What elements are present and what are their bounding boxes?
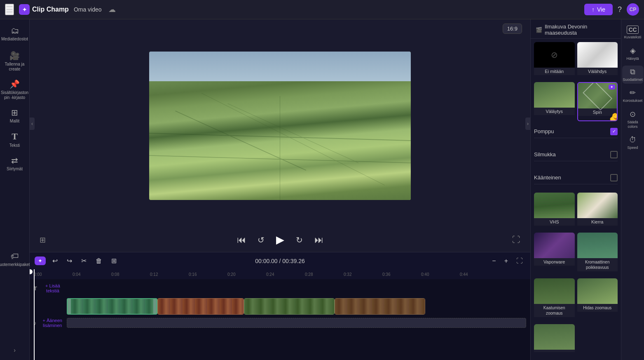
filter-vhs[interactable]: VHS xyxy=(534,193,575,230)
sidebar-item-brand[interactable]: 🏷 Tuotemerkkipaketti xyxy=(2,249,28,270)
right-panel-header: 🎬 Ilmakuva Devonin maaseudusta xyxy=(531,19,621,39)
filter-kierra[interactable]: Kierra xyxy=(577,193,618,230)
filter-kaatuminen[interactable]: Kaatumisen zoomaus xyxy=(534,278,575,322)
sidebar-item-library[interactable]: 📌 Sisältökirjaston pin -kirjasto xyxy=(2,77,28,103)
filter-spin[interactable]: ✦ Spin 🫵 xyxy=(577,82,618,121)
delete-button[interactable]: 🗑 xyxy=(93,256,105,266)
filter-kromaatt[interactable]: Kromaattinen poikkeavuus xyxy=(577,233,618,276)
panel-collapse[interactable]: ‹ xyxy=(30,118,35,130)
svg-line-1 xyxy=(176,111,307,170)
left-sidebar: 🗂 Mediatiedostot 🎥 Tallenna jacreate 📌 S… xyxy=(0,19,30,360)
pomppu-check: ✓ xyxy=(612,129,616,134)
filter-thumb-bottom xyxy=(534,324,575,350)
sidebar-item-label: Tallenna jacreate xyxy=(5,62,25,72)
timeline-header: ✦ ↩ ↪ ✂ 🗑 ⊞ 00:00.00 / 00:39.26 − + ⛶ xyxy=(30,252,530,269)
fade-button[interactable]: ◈ Häivytä xyxy=(622,44,644,63)
sidebar-expand-icon[interactable]: › xyxy=(11,344,18,356)
export-button[interactable]: ↑ Vie xyxy=(584,4,613,15)
adjust-button[interactable]: ⊙ Säädäcolors xyxy=(622,108,644,131)
add-media-button[interactable]: ⊞ xyxy=(109,256,119,266)
sidebar-item-transitions[interactable]: ⇄ Siirtymät xyxy=(2,153,28,174)
add-audio-button[interactable]: + Ääneen lisäminen xyxy=(38,318,67,328)
add-text-button[interactable]: + Lisää tekstiä xyxy=(39,283,67,293)
redo-button[interactable]: ↪ xyxy=(64,256,75,266)
filter-thumb-vhs xyxy=(534,193,575,218)
video-clip-4[interactable] xyxy=(335,298,425,315)
zoom-in-button[interactable]: + xyxy=(502,256,511,266)
color-icon: ✏ xyxy=(630,88,636,97)
transitions-icon: ⇄ xyxy=(11,155,18,165)
adjust-icon: ⊙ xyxy=(630,110,636,119)
sidebar-item-label: Tuotemerkkipaketti xyxy=(0,262,32,267)
captions-button[interactable]: CC Kuvateksti xyxy=(622,24,644,42)
expand-timeline-button[interactable]: ⛶ xyxy=(514,256,525,266)
filter-flash[interactable]: Välähdys xyxy=(577,42,618,80)
video-track-content[interactable] xyxy=(67,298,526,315)
zoom-out-button[interactable]: − xyxy=(489,256,498,266)
prev-button[interactable]: ⏮ xyxy=(235,233,248,247)
controls-bar: ⊞ ⏮ ↺ ▶ ↻ ⏭ ⛶ xyxy=(30,228,530,252)
timeline-zoom: − + ⛶ xyxy=(489,256,525,266)
right-panel: 🎬 Ilmakuva Devonin maaseudusta ⊘ Ei mitä… xyxy=(530,19,621,360)
menu-button[interactable]: ☰ xyxy=(5,4,14,15)
pomppu-toggle[interactable]: ✓ xyxy=(610,128,618,135)
filter-label-kierra: Kierra xyxy=(577,218,618,226)
audio-track-content xyxy=(67,315,526,331)
filter-label-none: Ei mitään xyxy=(534,68,575,75)
filter-vaporware[interactable]: Vaporware xyxy=(534,233,575,276)
ruler-mark: 0:04 xyxy=(73,272,111,277)
sidebar-item-text[interactable]: T Teksti xyxy=(2,129,28,151)
crop-button[interactable]: ⊞ xyxy=(38,234,47,246)
filter-vayla[interactable]: Väläytys xyxy=(534,82,575,121)
video-clip-3[interactable] xyxy=(244,298,335,315)
timeline-time: 00:00.00 / 00:39.26 xyxy=(255,258,305,264)
play-button[interactable]: ▶ xyxy=(274,232,286,248)
video-clip-2[interactable] xyxy=(157,298,244,315)
clip-handle-right[interactable] xyxy=(153,299,157,314)
text-track-label: T + Lisää tekstiä xyxy=(34,283,67,293)
sidebar-item-templates[interactable]: ⊞ Mallit xyxy=(2,105,28,126)
fullscreen-button[interactable]: ⛶ xyxy=(511,233,522,246)
next-button[interactable]: ⏭ xyxy=(313,233,325,247)
color-label: Korostukset xyxy=(623,99,643,103)
clip-handle-left[interactable] xyxy=(68,299,71,314)
sidebar-item-record[interactable]: 🎥 Tallenna jacreate xyxy=(2,48,28,74)
project-name[interactable]: Oma video xyxy=(74,6,102,13)
audio-clip-placeholder[interactable] xyxy=(67,318,526,328)
cut-button[interactable]: ✂ xyxy=(79,256,89,266)
color-button[interactable]: ✏ Korostukset xyxy=(622,86,644,105)
ruler-mark: 0:32 xyxy=(344,272,382,277)
silmukka-toggle[interactable] xyxy=(610,151,618,158)
filter-bottom[interactable] xyxy=(534,324,575,357)
aspect-ratio-badge: 16:9 xyxy=(503,24,522,34)
kaanteinen-toggle[interactable] xyxy=(610,174,618,181)
filter-hidas[interactable]: Hidas zoomaus xyxy=(577,278,618,322)
filter-none[interactable]: ⊘ Ei mitään xyxy=(534,42,575,80)
video-clip-1[interactable] xyxy=(67,298,157,315)
forward-button[interactable]: ↻ xyxy=(294,233,304,247)
silmukka-option: Silmukka xyxy=(534,147,618,167)
magic-button[interactable]: ✦ xyxy=(35,256,46,265)
ruler-mark: 0:08 xyxy=(111,272,150,277)
help-icon[interactable]: ? xyxy=(618,5,622,14)
clip-inner xyxy=(158,299,244,314)
panel-expand[interactable]: › xyxy=(525,118,530,130)
undo-button[interactable]: ↩ xyxy=(50,256,60,266)
filter-label-hidas: Hidas zoomaus xyxy=(577,304,618,312)
kaanteinen-row: Käänteinen xyxy=(534,172,618,184)
center-area: 16:9 ‹ › xyxy=(30,19,530,360)
playhead-head xyxy=(30,269,33,274)
filter-label-kromaatt: Kromaattinen poikkeavuus xyxy=(577,258,618,271)
video-landscape xyxy=(149,52,411,200)
filter-label-flash: Välähdys xyxy=(577,68,618,75)
media-icon: 🗂 xyxy=(11,26,19,35)
sidebar-item-media[interactable]: 🗂 Mediatiedostot xyxy=(2,24,28,44)
avatar: CP xyxy=(627,3,639,16)
speed-button[interactable]: ⏱ Speed xyxy=(622,134,644,152)
timeline-area[interactable]: 0:00 0:04 0:08 0:12 0:16 0:20 0:24 0:28 … xyxy=(30,269,530,360)
templates-icon: ⊞ xyxy=(11,108,18,118)
filter-grid: ⊘ Ei mitään Välähdys Väläytys ✦ Spin xyxy=(531,39,621,360)
filters-button[interactable]: ⧉ Suodattimet xyxy=(622,66,644,84)
rewind-button[interactable]: ↺ xyxy=(256,233,266,247)
clip-inner xyxy=(71,299,153,314)
